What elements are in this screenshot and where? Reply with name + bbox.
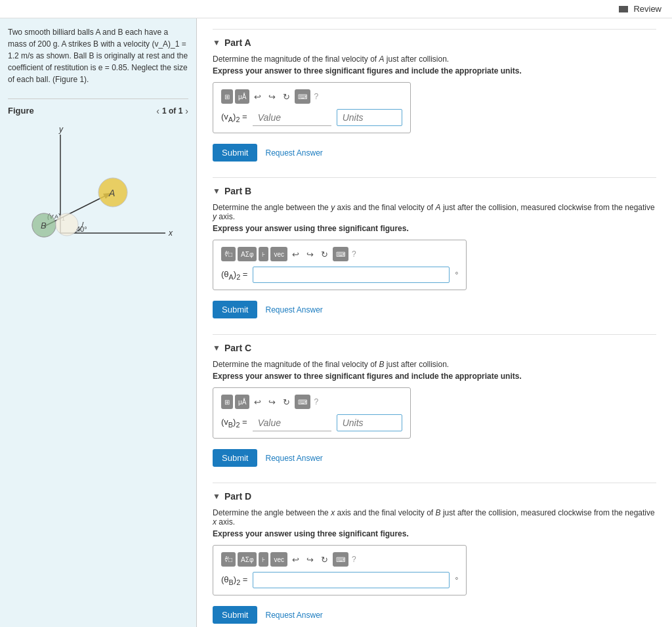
part-b-tb-vec[interactable]: vec [270,247,287,261]
figure-panel: Figure ‹ 1 of 1 › x y [8,98,188,253]
part-b-submit-button[interactable]: Submit [213,301,257,318]
review-label: Review [633,4,662,14]
part-a-tb-undo[interactable]: ↩ [251,91,264,103]
svg-text:B: B [41,221,47,230]
part-d-header: ▼ Part D [213,491,656,502]
figure-canvas: x y 40° (v A ) [8,121,178,253]
part-c-request-answer[interactable]: Request Answer [265,454,322,463]
part-a-toggle[interactable]: ▼ [213,38,220,47]
part-c-value-input[interactable] [253,415,331,431]
part-b-toolbar: ∜□ ΑΣφ ⊦ vec ↩ ↪ ↻ ⌨ ? [221,247,458,261]
part-b-deg-label: ° [455,270,458,280]
part-c-toolbar: ⊞ μÅ ↩ ↪ ↻ ⌨ ? [221,395,402,409]
part-d-toolbar: ∜□ ΑΣφ ⊦ vec ↩ ↪ ↻ ⌨ ? [221,552,458,567]
part-c-units-input[interactable] [337,414,402,431]
part-a-tb-redo[interactable]: ↪ [266,91,278,103]
part-c-toggle[interactable]: ▼ [213,343,220,353]
part-d-description: Determine the angle between the x axis a… [213,508,656,527]
part-d-tb-kbd[interactable]: ⌨ [333,552,348,567]
part-a-tb-refresh[interactable]: ↻ [280,91,293,103]
figure-prev-button[interactable]: ‹ [156,106,159,116]
part-d-answer-row: (θB)2 = ° [221,572,458,588]
figure-page: 1 of 1 [162,105,182,117]
part-a-tb-mu[interactable]: μÅ [235,89,249,104]
problem-text: Two smooth billiard balls A and B each h… [8,26,188,85]
part-d-request-answer[interactable]: Request Answer [265,611,322,620]
part-b-answer-row: (θA)2 = ° [221,267,458,283]
part-c-description: Determine the magnitude of the final vel… [213,360,656,369]
part-d-tb-apsiphi[interactable]: ΑΣφ [238,552,257,567]
part-a-input-box: ⊞ μÅ ↩ ↪ ↻ ⌨ ? (vA)2 = [213,82,411,133]
part-d-tb-redo[interactable]: ↪ [304,553,316,566]
part-a-tb-sep: ? [312,92,320,101]
figure-next-button[interactable]: › [185,106,188,116]
review-button[interactable]: Review [619,4,662,14]
part-d-action-row: Submit Request Answer [213,606,656,624]
part-d-label: Part D [224,491,251,502]
part-a-action-row: Submit Request Answer [213,144,656,162]
part-a-eq-label: (vA)2 = [221,112,247,123]
part-a-answer-row: (vA)2 = [221,109,402,126]
svg-text:x: x [168,228,173,238]
figure-nav: ‹ 1 of 1 › [156,105,188,117]
right-panel: ▼ Part A Determine the magnitude of the … [197,18,672,627]
part-b-tb-plus[interactable]: ⊦ [259,247,268,261]
left-panel: Two smooth billiard balls A and B each h… [0,18,197,627]
part-b-tb-refresh[interactable]: ↻ [318,248,331,261]
review-icon [619,6,628,12]
part-c-tb-redo[interactable]: ↪ [266,396,278,408]
part-c-tb-refresh[interactable]: ↻ [280,396,293,408]
part-a-units-input[interactable] [337,109,402,126]
part-b-description: Determine the angle between the y axis a… [213,203,656,221]
part-d-instruction: Express your answer using three signific… [213,529,656,538]
part-d-toggle[interactable]: ▼ [213,492,220,501]
part-d-tb-undo[interactable]: ↩ [289,553,302,566]
figure-header: Figure ‹ 1 of 1 › [8,104,188,118]
part-a-tb-grid[interactable]: ⊞ [221,89,233,104]
part-b-toggle[interactable]: ▼ [213,186,220,196]
part-c-tb-kbd[interactable]: ⌨ [295,395,310,409]
part-c-section: ▼ Part C Determine the magnitude of the … [213,334,656,467]
part-a-instruction: Express your answer to three significant… [213,66,656,76]
part-d-eq-label: (θB)2 = [221,574,247,586]
main-layout: Two smooth billiard balls A and B each h… [0,18,672,627]
part-c-label: Part C [224,343,251,353]
part-d-deg-label: ° [455,576,458,585]
part-a-label: Part A [224,37,251,48]
part-a-tb-kbd[interactable]: ⌨ [295,89,310,104]
part-b-tb-sqrt[interactable]: ∜□ [221,247,236,261]
part-c-instruction: Express your answer to three significant… [213,372,656,381]
part-b-tb-redo[interactable]: ↪ [304,248,316,261]
part-b-tb-apsiphi[interactable]: ΑΣφ [238,247,257,261]
part-a-section: ▼ Part A Determine the magnitude of the … [213,29,656,162]
part-d-tb-sqrt[interactable]: ∜□ [221,552,236,567]
part-a-description: Determine the magnitude of the final vel… [213,54,656,64]
part-d-tb-refresh[interactable]: ↻ [318,553,331,566]
part-a-request-answer[interactable]: Request Answer [265,148,322,158]
part-b-input-box: ∜□ ΑΣφ ⊦ vec ↩ ↪ ↻ ⌨ ? (θA)2 = ° [213,240,467,290]
part-c-tb-grid[interactable]: ⊞ [221,395,233,409]
part-b-angle-input[interactable] [253,267,450,283]
part-b-action-row: Submit Request Answer [213,301,656,318]
part-c-action-row: Submit Request Answer [213,449,656,467]
part-d-tb-vec[interactable]: vec [270,552,287,567]
part-c-tb-undo[interactable]: ↩ [251,396,264,408]
part-a-value-input[interactable] [253,110,331,126]
part-a-toolbar: ⊞ μÅ ↩ ↪ ↻ ⌨ ? [221,89,402,104]
part-d-submit-button[interactable]: Submit [213,606,257,624]
svg-text:y: y [58,125,64,134]
part-b-tb-kbd[interactable]: ⌨ [333,247,348,261]
part-d-tb-plus[interactable]: ⊦ [259,552,268,567]
part-d-input-box: ∜□ ΑΣφ ⊦ vec ↩ ↪ ↻ ⌨ ? (θB)2 = ° [213,545,467,595]
part-d-tb-sep: ? [350,555,358,564]
part-c-eq-label: (vB)2 = [221,417,247,429]
part-b-tb-sep: ? [350,249,358,259]
part-b-tb-undo[interactable]: ↩ [289,248,302,261]
part-b-request-answer[interactable]: Request Answer [265,305,322,314]
part-a-submit-button[interactable]: Submit [213,144,257,162]
part-d-angle-input[interactable] [253,572,450,588]
part-c-tb-mu[interactable]: μÅ [235,395,249,409]
part-b-label: Part B [224,186,251,196]
part-b-eq-label: (θA)2 = [221,269,247,281]
part-c-submit-button[interactable]: Submit [213,449,257,467]
